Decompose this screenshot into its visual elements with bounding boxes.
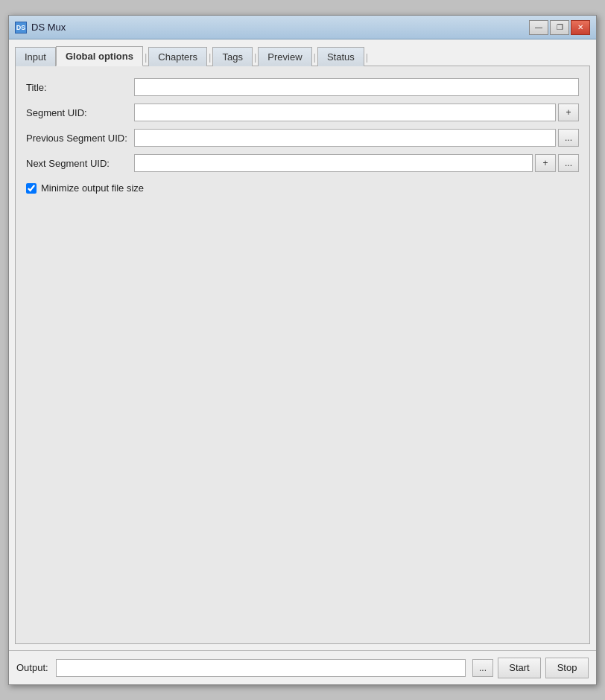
minimize-checkbox-label[interactable]: Minimize output file size bbox=[41, 182, 144, 194]
bottom-bar: Output: ... Start Stop bbox=[9, 650, 596, 684]
tab-sep-4: | bbox=[312, 48, 317, 66]
prev-segment-uid-input[interactable] bbox=[134, 129, 556, 147]
prev-segment-uid-label: Previous Segment UID: bbox=[26, 133, 134, 144]
output-browse-button[interactable]: ... bbox=[472, 659, 493, 677]
restore-button[interactable]: ❐ bbox=[550, 20, 569, 35]
app-icon: DS bbox=[15, 22, 27, 34]
prev-segment-uid-row: Previous Segment UID: ... bbox=[26, 129, 579, 147]
minimize-checkbox[interactable] bbox=[26, 183, 37, 194]
stop-button[interactable]: Stop bbox=[545, 658, 589, 678]
title-input[interactable] bbox=[134, 78, 579, 96]
tab-chapters[interactable]: Chapters bbox=[148, 47, 207, 66]
next-segment-uid-label: Next Segment UID: bbox=[26, 158, 134, 169]
title-row: Title: bbox=[26, 78, 579, 96]
tab-global-options[interactable]: Global options bbox=[56, 46, 143, 66]
output-input[interactable] bbox=[56, 659, 466, 677]
tab-panel-global-options: Title: Segment UID: + Previous Segment U… bbox=[15, 66, 590, 644]
title-bar: DS DS Mux — ❐ ✕ bbox=[9, 16, 596, 39]
tab-sep-3: | bbox=[253, 48, 258, 66]
next-segment-uid-row: Next Segment UID: + ... bbox=[26, 154, 579, 172]
minimize-checkbox-row: Minimize output file size bbox=[26, 182, 579, 194]
segment-uid-input[interactable] bbox=[134, 104, 556, 121]
output-label: Output: bbox=[16, 662, 48, 673]
next-segment-uid-browse-button[interactable]: ... bbox=[558, 154, 579, 172]
next-segment-uid-add-button[interactable]: + bbox=[535, 154, 556, 172]
segment-uid-row: Segment UID: + bbox=[26, 104, 579, 121]
tab-sep-5: | bbox=[364, 48, 370, 66]
tab-status[interactable]: Status bbox=[317, 47, 364, 66]
close-button[interactable]: ✕ bbox=[571, 20, 590, 35]
prev-segment-uid-browse-button[interactable]: ... bbox=[558, 129, 579, 147]
tab-sep-2: | bbox=[207, 48, 212, 66]
title-label: Title: bbox=[26, 82, 134, 93]
tab-preview[interactable]: Preview bbox=[258, 47, 311, 66]
minimize-button[interactable]: — bbox=[529, 20, 548, 35]
window-title: DS Mux bbox=[31, 22, 529, 33]
tab-input[interactable]: Input bbox=[15, 47, 56, 66]
next-segment-uid-input[interactable] bbox=[134, 154, 533, 172]
start-button[interactable]: Start bbox=[498, 658, 541, 678]
main-window: DS DS Mux — ❐ ✕ Input Global options | C… bbox=[8, 15, 597, 685]
main-content: Input Global options | Chapters | Tags |… bbox=[9, 39, 596, 650]
tab-bar: Input Global options | Chapters | Tags |… bbox=[15, 45, 590, 66]
tab-sep-1: | bbox=[143, 48, 148, 66]
segment-uid-label: Segment UID: bbox=[26, 107, 134, 118]
tab-tags[interactable]: Tags bbox=[212, 47, 252, 66]
window-controls: — ❐ ✕ bbox=[529, 20, 590, 35]
segment-uid-add-button[interactable]: + bbox=[558, 104, 579, 121]
